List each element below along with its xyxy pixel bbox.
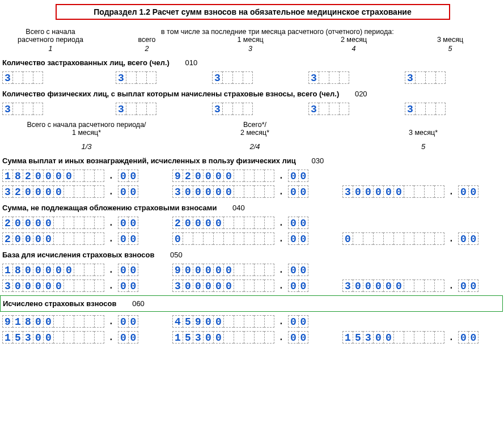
cell[interactable]: [33, 71, 43, 84]
cell[interactable]: 0: [342, 232, 353, 245]
cell[interactable]: 0: [363, 185, 373, 198]
cell[interactable]: 0: [118, 264, 128, 276]
cell[interactable]: [254, 264, 264, 276]
cell[interactable]: 5: [353, 331, 363, 344]
cell[interactable]: [404, 232, 414, 245]
cell[interactable]: 3: [342, 279, 353, 292]
cell[interactable]: 0: [203, 315, 213, 328]
cell[interactable]: [74, 232, 84, 245]
cell[interactable]: [234, 331, 244, 344]
cell[interactable]: [74, 331, 84, 344]
cell[interactable]: [244, 315, 254, 328]
cell[interactable]: [363, 232, 373, 245]
cell[interactable]: [264, 185, 274, 198]
cell[interactable]: [146, 103, 156, 115]
cell[interactable]: [254, 331, 264, 344]
cell[interactable]: [339, 103, 349, 115]
cells-050-r2-a-dec[interactable]: 00: [118, 279, 138, 292]
cell[interactable]: [126, 103, 136, 115]
cells-040-r2-c-dec[interactable]: 00: [458, 232, 478, 245]
cell[interactable]: 0: [298, 232, 308, 245]
cell[interactable]: [33, 103, 43, 115]
cells-060-r2-a-int[interactable]: 15300: [2, 331, 104, 344]
cell[interactable]: 2: [23, 169, 33, 182]
cell[interactable]: [94, 232, 104, 245]
cell[interactable]: [234, 185, 244, 198]
cell[interactable]: [425, 71, 435, 84]
cell[interactable]: 0: [128, 217, 138, 229]
cell[interactable]: [74, 185, 84, 198]
cell[interactable]: 0: [298, 169, 308, 182]
cell[interactable]: 0: [23, 279, 33, 292]
cell[interactable]: [425, 103, 435, 115]
cell[interactable]: 0: [298, 331, 308, 344]
cell[interactable]: [243, 103, 253, 115]
cells-060-r2-b-dec[interactable]: 00: [288, 331, 308, 344]
cell[interactable]: [232, 71, 243, 84]
cell[interactable]: [94, 217, 104, 229]
cell[interactable]: [84, 185, 94, 198]
cell[interactable]: [244, 185, 254, 198]
cell[interactable]: 3: [23, 331, 33, 344]
cell[interactable]: 0: [353, 185, 363, 198]
cell[interactable]: [414, 232, 424, 245]
cell[interactable]: [264, 331, 274, 344]
cell[interactable]: 0: [213, 315, 223, 328]
cell[interactable]: 0: [183, 264, 193, 276]
cells-050-r1-b-int[interactable]: 900000: [172, 264, 274, 276]
cell[interactable]: 3: [2, 71, 12, 84]
cell[interactable]: 3: [308, 71, 319, 84]
cell[interactable]: 0: [43, 185, 53, 198]
cell[interactable]: 5: [12, 331, 23, 344]
cell[interactable]: 0: [23, 264, 33, 276]
cell[interactable]: 0: [43, 331, 53, 344]
cell[interactable]: 0: [363, 279, 373, 292]
cell[interactable]: [12, 103, 23, 115]
cell[interactable]: 0: [23, 217, 33, 229]
cell[interactable]: [203, 232, 213, 245]
cell[interactable]: [12, 71, 23, 84]
cell[interactable]: [183, 232, 193, 245]
cells-040-r2-b-int[interactable]: 0: [172, 232, 274, 245]
cell[interactable]: 0: [53, 185, 63, 198]
cell[interactable]: 9: [172, 169, 183, 182]
cell[interactable]: [234, 169, 244, 182]
cell[interactable]: [329, 71, 339, 84]
cell[interactable]: 0: [23, 232, 33, 245]
cell[interactable]: [63, 185, 74, 198]
cell[interactable]: 0: [223, 279, 234, 292]
cells-060-r2-c-int[interactable]: 15300: [342, 331, 444, 344]
cell[interactable]: [136, 103, 146, 115]
cells-040-r1-b-int[interactable]: 20000: [172, 217, 274, 229]
cell[interactable]: [234, 217, 244, 229]
cell[interactable]: [74, 169, 84, 182]
cell[interactable]: [63, 232, 74, 245]
cell[interactable]: 0: [172, 232, 183, 245]
cell[interactable]: [435, 103, 446, 115]
cell[interactable]: [74, 315, 84, 328]
cell[interactable]: [94, 169, 104, 182]
cell[interactable]: 1: [12, 315, 23, 328]
cell[interactable]: 0: [118, 232, 128, 245]
cell[interactable]: [53, 217, 63, 229]
cell[interactable]: 0: [203, 185, 213, 198]
cell[interactable]: [234, 315, 244, 328]
cell[interactable]: 0: [53, 264, 63, 276]
cell[interactable]: [424, 279, 434, 292]
cells-050-r1-a-dec[interactable]: 00: [118, 264, 138, 276]
cell[interactable]: 3: [212, 103, 222, 115]
cells-050-r2-b-int[interactable]: 300000: [172, 279, 274, 292]
cell[interactable]: 0: [43, 279, 53, 292]
cell[interactable]: [264, 169, 274, 182]
cell[interactable]: [393, 232, 404, 245]
cell[interactable]: 0: [128, 169, 138, 182]
cell[interactable]: 1: [172, 331, 183, 344]
cells-030-r1-b-int[interactable]: 920000: [172, 169, 274, 182]
cell[interactable]: 0: [468, 232, 478, 245]
cell[interactable]: 0: [118, 315, 128, 328]
cell[interactable]: [415, 71, 425, 84]
cell[interactable]: 1: [2, 169, 12, 182]
cell[interactable]: [84, 169, 94, 182]
cells-020-2[interactable]: 3: [116, 103, 156, 115]
cell[interactable]: 3: [172, 185, 183, 198]
